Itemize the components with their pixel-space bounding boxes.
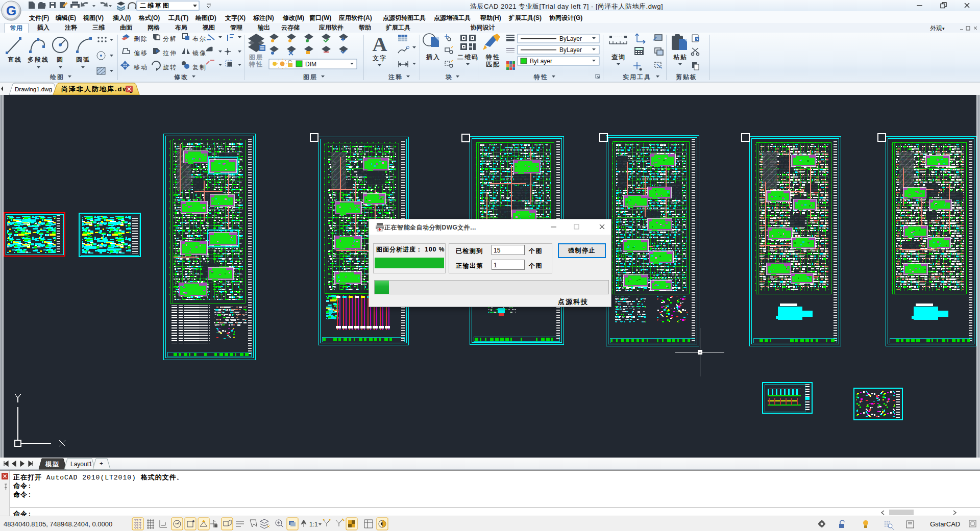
svg-text:Drawing1.dwg: Drawing1.dwg — [15, 86, 52, 92]
svg-text:特性: 特性 — [485, 54, 500, 61]
svg-text:二维码: 二维码 — [457, 54, 479, 61]
svg-text:块: 块 — [445, 73, 453, 81]
svg-text:分解: 分解 — [163, 35, 177, 42]
svg-text:注释: 注释 — [388, 73, 403, 81]
svg-text:删除: 删除 — [134, 35, 148, 42]
svg-text:剪贴板: 剪贴板 — [676, 73, 697, 81]
svg-text:DIM: DIM — [305, 61, 316, 68]
svg-text:匹配: 匹配 — [486, 61, 500, 68]
svg-text:尚泽非人防地库.dwg: 尚泽非人防地库.dwg — [61, 85, 134, 93]
svg-text:复制: 复制 — [192, 64, 207, 71]
svg-text:ByLayer: ByLayer — [559, 46, 582, 54]
svg-text:特性: 特性 — [249, 61, 263, 68]
svg-text:A: A — [373, 33, 387, 56]
svg-text:查询: 查询 — [611, 54, 626, 61]
svg-text:直线: 直线 — [8, 56, 22, 63]
svg-text:镜像: 镜像 — [192, 49, 207, 57]
svg-text:特性: 特性 — [533, 73, 548, 81]
svg-text:模型: 模型 — [45, 461, 60, 468]
svg-text:实用工具: 实用工具 — [623, 73, 651, 81]
svg-text:圆: 圆 — [57, 56, 64, 63]
svg-text:移动: 移动 — [134, 64, 148, 71]
svg-text:ByLayer: ByLayer — [559, 35, 582, 42]
svg-text:二维草图: 二维草图 — [140, 2, 170, 9]
svg-text:G: G — [6, 3, 16, 18]
svg-text:偏移: 偏移 — [134, 49, 148, 57]
svg-text:图层: 图层 — [249, 54, 263, 61]
svg-text:插入: 插入 — [426, 54, 440, 61]
svg-text:旋转: 旋转 — [163, 64, 177, 71]
svg-text:图层: 图层 — [303, 73, 317, 81]
svg-text:拉伸: 拉伸 — [162, 49, 177, 57]
svg-text:粘贴: 粘贴 — [673, 54, 688, 61]
svg-text:Layout1: Layout1 — [70, 461, 92, 468]
svg-text:ByLayer: ByLayer — [530, 58, 552, 65]
svg-text:修改: 修改 — [174, 73, 188, 81]
svg-text:文字: 文字 — [372, 55, 387, 62]
svg-text:圆弧: 圆弧 — [76, 56, 90, 63]
svg-text:多段线: 多段线 — [28, 56, 49, 63]
svg-text:布尔: 布尔 — [192, 35, 207, 42]
svg-text:1:1: 1:1 — [309, 521, 318, 528]
svg-text:+: + — [100, 460, 103, 467]
svg-text:绘图: 绘图 — [50, 73, 64, 81]
